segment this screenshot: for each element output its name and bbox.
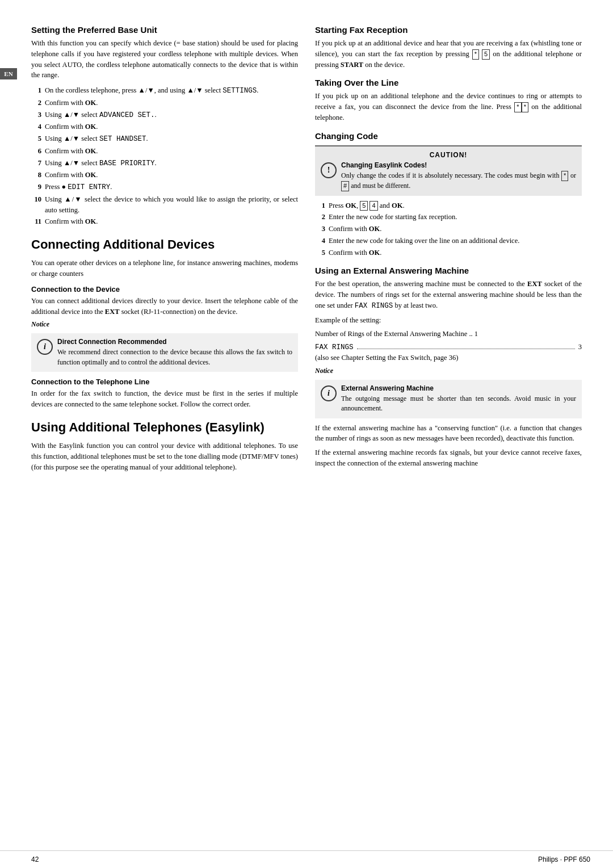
section-connecting-devices-title: Connecting Additional Devices	[31, 237, 298, 252]
section-easylink-title: Using Additional Telephones (Easylink)	[31, 420, 298, 435]
caution-content: CAUTION! ! Changing Easylink Codes! Only…	[321, 151, 576, 191]
section-taking-over-text: If you pick up on an additional telephon…	[315, 91, 582, 123]
content-area: Setting the Preferred Base Unit With thi…	[0, 0, 613, 850]
step-7: 7 Using ▲/▼ select BASE PRIORITY.	[31, 158, 298, 169]
page: EN Setting the Preferred Base Unit With …	[0, 0, 613, 868]
step-11: 11 Confirm with OK.	[31, 216, 298, 227]
section-easylink-intro: With the Easylink function you can contr…	[31, 441, 298, 472]
notice-box-answering: i External Answering Machine The outgoin…	[315, 380, 582, 418]
code-step-3: 3 Confirm with OK.	[315, 224, 582, 234]
direct-connection-notice: Notice i Direct Connection Recommended W…	[31, 320, 298, 372]
notice-label-2: Notice	[315, 367, 582, 375]
preferred-base-steps: 1 On the cordless telephone, press ▲/▼, …	[31, 85, 298, 227]
step-3: 3 Using ▲/▼ select ADVANCED SET..	[31, 110, 298, 121]
step-10: 10 Using ▲/▼ select the device to which …	[31, 194, 298, 216]
fax-rings-label: FAX RINGS	[315, 343, 354, 351]
step-1: 1 On the cordless telephone, press ▲/▼, …	[31, 85, 298, 97]
section-connection-device-text: You can connect additional devices direc…	[31, 296, 298, 317]
section-fax-reception-text: If you pick up at an additional device a…	[315, 38, 582, 70]
section-connecting-devices-intro: You can operate other devices on a telep…	[31, 258, 298, 279]
answering-machine-text2: If the external answering machine has a …	[315, 423, 582, 445]
section-answering-machine-title: Using an External Answering Machine	[315, 266, 582, 275]
answering-machine-text3: If the external answering machine record…	[315, 447, 582, 469]
caution-text: Only change the codes if it is absolutel…	[341, 171, 576, 191]
section-connection-device-title: Connection to the Device	[31, 285, 298, 293]
fax-rings-value: 3	[578, 343, 582, 351]
chapter-ref: (also see Chapter Setting the Fax Switch…	[315, 353, 582, 363]
step-8: 8 Confirm with OK.	[31, 170, 298, 181]
section-connection-line-text: In order for the fax switch to function,…	[31, 388, 298, 410]
page-number: 42	[31, 856, 39, 863]
step-4: 4 Confirm with OK.	[31, 121, 298, 132]
section-preferred-base-intro: With this function you can specify which…	[31, 38, 298, 81]
brand-label: Philips · PPF 650	[538, 856, 590, 863]
notice-label: Notice	[31, 320, 298, 329]
step-5: 5 Using ▲/▼ select SET HANDSET.	[31, 133, 298, 145]
right-column: Starting Fax Reception If you pick up at…	[315, 17, 582, 839]
code-step-5: 5 Confirm with OK.	[315, 248, 582, 258]
section-preferred-base-title: Setting the Preferred Base Unit	[31, 25, 298, 35]
caution-title: Changing Easylink Codes!	[341, 161, 576, 169]
notice-content-answering: External Answering Machine The outgoing …	[341, 384, 576, 414]
notice-title-answering: External Answering Machine	[341, 384, 576, 392]
changing-code-steps: 1 Press OK, 5 4 and OK. 2 Enter the new …	[315, 200, 582, 258]
caution-icon: !	[321, 162, 337, 178]
footer: 42 Philips · PPF 650	[0, 850, 613, 868]
code-step-2: 2 Enter the new code for starting fax re…	[315, 212, 582, 223]
notice-content-direct: Direct Connection Recommended We recomme…	[57, 338, 292, 367]
caution-text-block: Changing Easylink Codes! Only change the…	[341, 161, 576, 191]
notice-text-answering: The outgoing message must be shorter tha…	[341, 394, 576, 414]
fax-rings-line: FAX RINGS 3	[315, 343, 582, 351]
info-icon: i	[37, 339, 53, 355]
step-6: 6 Confirm with OK.	[31, 146, 298, 157]
step-9: 9 Press ● EDIT ENTRY.	[31, 182, 298, 193]
answering-machine-notice: Notice i External Answering Machine The …	[315, 367, 582, 418]
step-2: 2 Confirm with OK.	[31, 98, 298, 108]
code-step-4: 4 Enter the new code for taking over the…	[315, 236, 582, 246]
section-answering-machine-text1: For the best operation, the answering ma…	[315, 279, 582, 311]
notice-title-direct: Direct Connection Recommended	[57, 338, 292, 346]
code-step-1: 1 Press OK, 5 4 and OK.	[315, 200, 582, 211]
section-changing-code-title: Changing Code	[315, 131, 582, 141]
fax-rings-dots	[357, 349, 575, 349]
info-icon-2: i	[321, 385, 337, 401]
notice-text-direct: We recommend direct connection to the de…	[57, 347, 292, 367]
example-label: Example of the setting:	[315, 315, 582, 326]
left-column: Setting the Preferred Base Unit With thi…	[31, 17, 298, 839]
section-connection-line-title: Connection to the Telephone Line	[31, 378, 298, 386]
section-fax-reception-title: Starting Fax Reception	[315, 25, 582, 35]
caution-label: CAUTION!	[321, 151, 576, 159]
caution-box: CAUTION! ! Changing Easylink Codes! Only…	[315, 145, 582, 196]
section-taking-over-title: Taking Over the Line	[315, 78, 582, 87]
notice-box-direct: i Direct Connection Recommended We recom…	[31, 333, 298, 372]
language-tab: EN	[0, 68, 17, 79]
rings-label: Number of Rings of the External Answerin…	[315, 329, 582, 339]
